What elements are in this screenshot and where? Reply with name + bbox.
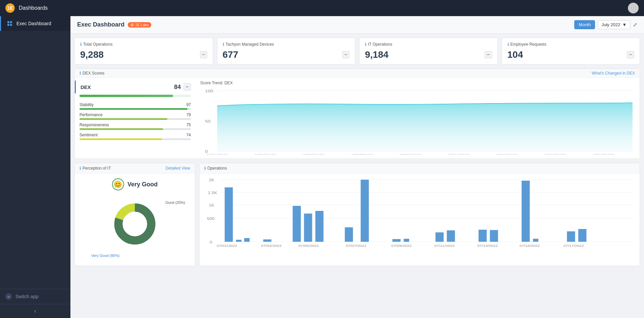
kpi-value-row-3: 104 − — [507, 49, 635, 60]
dex-metrics-list: Stability 97 Performance — [75, 101, 196, 141]
svg-text:07/03/2022: 07/03/2022 — [261, 244, 282, 247]
labs-badge: ⊗ 1E Labs — [128, 22, 151, 28]
svg-text:07/17/2022: 07/17/2022 — [593, 153, 614, 154]
operations-info-icon: ℹ — [204, 166, 206, 171]
kpi-card-2: ℹ IT Operations 9,184 − — [359, 38, 498, 64]
topbar: 1E Dashboards — [0, 0, 644, 16]
kpi-card-3: ℹ Employee Requests 104 − — [502, 38, 640, 64]
perception-content: 😊 Very Good — [75, 174, 195, 266]
svg-rect-51 — [533, 239, 538, 242]
svg-rect-49 — [490, 230, 498, 242]
svg-text:⊗: ⊗ — [131, 24, 133, 26]
operations-panel: ℹ Operations 2K 1.5K 1K 500 0 — [199, 163, 640, 266]
kpi-collapse-2[interactable]: − — [485, 51, 492, 58]
svg-text:07/11/2022: 07/11/2022 — [448, 153, 470, 154]
svg-rect-46 — [435, 232, 443, 242]
dex-metric-responsiveness: Responsiveness 75 — [75, 121, 196, 131]
svg-text:1K: 1K — [209, 203, 215, 208]
kpi-value-row-0: 9,288 − — [80, 49, 207, 60]
switch-app-button[interactable]: ⇄ Switch app — [0, 289, 70, 304]
sidebar-item-label: Exec Dashboard — [16, 21, 51, 26]
sidebar-collapse-button[interactable]: ‹ — [0, 304, 70, 318]
svg-text:⇄: ⇄ — [7, 295, 10, 299]
svg-rect-44 — [392, 239, 400, 242]
kpi-label-2: ℹ IT Operations — [365, 42, 492, 47]
trend-svg: 100 50 0 — [200, 87, 635, 154]
svg-text:100: 100 — [205, 89, 213, 93]
svg-text:0: 0 — [205, 150, 208, 153]
info-icon-0: ℹ — [80, 42, 82, 47]
svg-rect-36 — [236, 240, 241, 242]
kpi-collapse-3[interactable]: − — [627, 51, 634, 58]
svg-text:07/01/2022: 07/01/2022 — [206, 153, 228, 154]
kpi-collapse-1[interactable]: − — [342, 51, 350, 58]
svg-text:07/15/2022: 07/15/2022 — [520, 244, 540, 247]
perception-panel: ℹ Perception of IT Detailed View 😊 Very … — [74, 163, 195, 266]
svg-text:07/11/2022: 07/11/2022 — [434, 244, 455, 247]
svg-rect-43 — [361, 180, 369, 242]
dex-scores-info-icon: ℹ — [79, 71, 81, 76]
dex-metric-sentiment: Sentiment 74 — [75, 131, 196, 141]
perception-rating-label: Very Good — [127, 181, 158, 188]
whats-changed-link[interactable]: What's Changed in DEX — [592, 71, 635, 76]
logo-text: 1E — [7, 5, 13, 11]
dex-progress-bar — [79, 95, 191, 97]
kpi-card-0: ℹ Total Operations 9,288 − — [74, 38, 213, 64]
performance-value: 79 — [186, 112, 191, 117]
stability-value: 97 — [186, 102, 191, 107]
svg-text:07/17/2022: 07/17/2022 — [564, 244, 584, 247]
dashboard-header: Exec Dashboard ⊗ 1E Labs Month July 2022… — [70, 16, 644, 34]
svg-text:0: 0 — [210, 240, 212, 244]
kpi-card-1: ℹ Tachyon Managed Devices 677 − — [217, 38, 356, 64]
perception-label: Perception of IT — [83, 166, 111, 171]
stability-label: Stability — [79, 102, 94, 107]
dex-trend-chart-area: Score Trend: DEX 100 50 0 — [196, 78, 640, 158]
kpi-label-1: ℹ Tachyon Managed Devices — [223, 42, 350, 47]
sentiment-value: 74 — [186, 133, 191, 137]
selected-month-label: July 2022 — [601, 22, 620, 27]
kpi-value-0: 9,288 — [80, 49, 104, 60]
svg-text:07/05/2022: 07/05/2022 — [298, 244, 319, 247]
svg-rect-50 — [522, 181, 530, 242]
switch-icon: ⇄ — [5, 293, 12, 300]
dex-collapse-button[interactable]: − — [183, 83, 191, 91]
svg-text:07/13/2022: 07/13/2022 — [496, 153, 518, 154]
kpi-collapse-0[interactable]: − — [200, 51, 207, 58]
svg-text:07/07/2022: 07/07/2022 — [346, 244, 366, 247]
sidebar-item-exec-dashboard[interactable]: Exec Dashboard — [0, 16, 70, 31]
kpi-value-3: 104 — [507, 49, 523, 60]
dex-left-panel: DEX 84 − Stabi — [75, 78, 196, 158]
donut-label-good: Good (20%) — [165, 200, 185, 205]
month-button[interactable]: Month — [574, 20, 595, 29]
chevron-left-icon: ‹ — [34, 308, 36, 315]
month-selector[interactable]: July 2022 ▼ — [598, 20, 630, 29]
kpi-row: ℹ Total Operations 9,288 − ℹ Tachyon Man… — [74, 38, 640, 64]
dex-main-row: DEX 84 − — [75, 81, 196, 93]
svg-text:07/07/2022: 07/07/2022 — [351, 153, 373, 154]
info-icon-1: ℹ — [223, 42, 224, 47]
kpi-value-1: 677 — [223, 49, 238, 60]
svg-rect-53 — [578, 229, 586, 242]
dex-main-score: 84 — [174, 84, 181, 91]
dex-metric-performance: Performance 79 — [75, 111, 196, 121]
svg-text:07/09/2022: 07/09/2022 — [391, 244, 412, 247]
responsiveness-value: 75 — [186, 123, 191, 127]
info-icon-2: ℹ — [365, 42, 367, 47]
svg-rect-52 — [567, 231, 575, 242]
kpi-value-row-2: 9,184 − — [365, 49, 492, 60]
perception-info-icon: ℹ — [79, 166, 81, 171]
detailed-view-link[interactable]: Detailed View — [166, 166, 190, 171]
svg-text:07/03/2022: 07/03/2022 — [255, 153, 276, 154]
logo: 1E — [5, 3, 15, 13]
kpi-label-3: ℹ Employee Requests — [507, 42, 635, 47]
expand-icon[interactable]: ⤢ — [633, 21, 637, 28]
svg-text:07/15/2022: 07/15/2022 — [544, 153, 566, 154]
operations-chart-area: 2K 1.5K 1K 500 0 — [200, 174, 640, 266]
kpi-value-row-1: 677 − — [223, 49, 350, 60]
dex-section: ℹ DEX Scores What's Changed in DEX DEX 8… — [74, 69, 640, 159]
bottom-row: ℹ Perception of IT Detailed View 😊 Very … — [74, 163, 640, 266]
dex-progress-fill — [79, 95, 173, 97]
smiley-icon: 😊 — [112, 178, 124, 190]
svg-text:07/09/2022: 07/09/2022 — [399, 153, 421, 154]
bar-0701 — [225, 187, 233, 242]
